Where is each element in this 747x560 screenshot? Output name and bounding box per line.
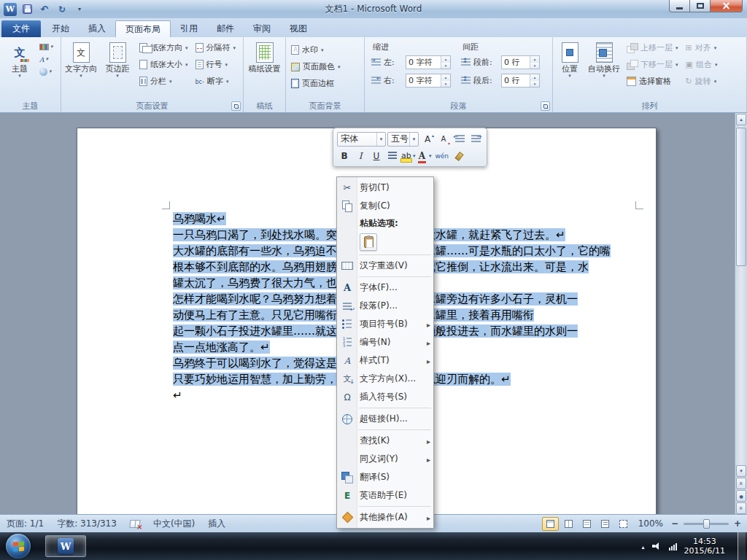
menu-item-hyperlink[interactable]: 超链接(H)... <box>337 410 433 428</box>
menu-item-text-direction[interactable]: 文字方向(X)... <box>337 370 433 388</box>
theme-colors-button[interactable] <box>39 42 53 52</box>
view-draft-button[interactable] <box>615 517 632 531</box>
zoom-slider[interactable] <box>684 523 729 525</box>
tab-view[interactable]: 视图 <box>280 20 317 37</box>
menu-item-translate[interactable]: 翻译(S) <box>337 468 433 486</box>
page-color-button[interactable]: 页面颜色 <box>290 59 342 74</box>
start-button[interactable] <box>6 534 31 559</box>
tab-insert[interactable]: 插入 <box>79 20 115 37</box>
view-outline-button[interactable] <box>597 517 614 531</box>
show-desktop-button[interactable] <box>738 532 746 560</box>
select-browse-object-button[interactable] <box>736 490 746 502</box>
minimize-button[interactable] <box>669 0 690 12</box>
spacing-before-input[interactable]: 0 行 <box>501 55 540 69</box>
bold-button[interactable]: B <box>337 149 352 163</box>
stepper-up-icon[interactable] <box>441 56 450 63</box>
spacing-before-stepper[interactable] <box>530 56 539 69</box>
zoom-in-button[interactable] <box>732 518 743 529</box>
menu-item-styles[interactable]: 样式(T) <box>337 351 433 370</box>
previous-page-button[interactable] <box>736 478 746 489</box>
watermark-button[interactable]: 水印 <box>290 42 342 58</box>
orientation-button[interactable]: 纸张方向 <box>138 40 190 55</box>
stepper-down-icon[interactable] <box>530 81 539 88</box>
tab-review[interactable]: 审阅 <box>244 20 280 37</box>
page-setup-dialog-launcher[interactable] <box>231 101 241 111</box>
taskbar-word-button[interactable]: W <box>45 535 86 557</box>
status-page-number[interactable]: 页面: 1/1 <box>0 515 50 532</box>
menu-item-ime-reconvert[interactable]: 汉字重选(V) <box>337 257 433 275</box>
menu-item-numbering[interactable]: 编号(N) <box>337 333 433 351</box>
save-button[interactable] <box>20 2 34 17</box>
shrink-font-button[interactable]: A <box>436 132 451 147</box>
indent-right-stepper[interactable] <box>441 74 450 87</box>
indent-right-input[interactable]: 0 字符 <box>406 74 451 88</box>
menu-item-english-assistant[interactable]: 英语助手(E) <box>337 486 433 505</box>
size-button[interactable]: 纸张大小 <box>138 57 190 72</box>
selection-pane-button[interactable]: 选择窗格 <box>625 74 680 89</box>
maximize-button[interactable] <box>689 0 711 12</box>
font-name-combo[interactable]: 宋体 <box>337 132 386 147</box>
stepper-down-icon[interactable] <box>530 63 539 69</box>
wrap-text-button[interactable]: 自动换行 <box>585 39 623 100</box>
font-color-button[interactable]: A <box>419 149 433 163</box>
word-app-icon[interactable]: W <box>4 3 17 16</box>
paragraph-dialog-launcher[interactable] <box>541 101 550 111</box>
breaks-button[interactable]: 分隔符 <box>194 40 238 55</box>
send-backward-button[interactable]: 下移一层 <box>625 57 680 72</box>
menu-item-additional-actions[interactable]: 其他操作(A) <box>337 508 433 526</box>
scroll-up-button[interactable] <box>736 114 746 125</box>
italic-button[interactable]: I <box>353 149 368 163</box>
hyphenation-button[interactable]: 断字 <box>194 74 238 89</box>
increase-indent-button[interactable] <box>468 132 483 147</box>
stepper-down-icon[interactable] <box>441 63 450 69</box>
taskbar-clock[interactable]: 14:53 2015/6/11 <box>684 537 727 556</box>
line-numbers-button[interactable]: 行号 <box>194 57 238 72</box>
stepper-down-icon[interactable] <box>441 81 450 88</box>
menu-item-cut[interactable]: 剪切(T) <box>337 179 433 197</box>
menu-item-find[interactable]: 查找(K) <box>337 432 433 450</box>
underline-button[interactable]: U <box>369 149 384 163</box>
menu-item-copy[interactable]: 复制(C) <box>337 197 433 215</box>
zoom-slider-thumb[interactable] <box>703 519 710 529</box>
align-button[interactable]: 对齐 <box>684 40 719 55</box>
page-borders-button[interactable]: 页面边框 <box>290 76 342 91</box>
rotate-button[interactable]: 旋转 <box>684 74 719 89</box>
view-fullscreen-reading-button[interactable] <box>560 517 577 531</box>
phonetic-guide-button[interactable]: wén <box>435 149 449 163</box>
stepper-up-icon[interactable] <box>530 74 539 81</box>
scrollbar-track[interactable] <box>736 126 746 464</box>
next-page-button[interactable] <box>736 502 746 514</box>
themes-button[interactable]: 主题 <box>1 39 38 100</box>
menu-item-bullets[interactable]: 项目符号(B) <box>337 315 433 333</box>
show-hidden-icons-button[interactable] <box>642 541 645 551</box>
view-web-layout-button[interactable] <box>578 517 595 531</box>
volume-icon[interactable] <box>652 542 662 551</box>
menu-item-insert-symbol[interactable]: 插入符号(S) <box>337 388 433 406</box>
close-button[interactable] <box>710 0 743 12</box>
stepper-up-icon[interactable] <box>530 56 539 63</box>
grow-font-button[interactable]: A <box>420 132 435 147</box>
tab-references[interactable]: 引用 <box>171 20 207 37</box>
tab-home[interactable]: 开始 <box>42 20 79 37</box>
repeat-button[interactable] <box>55 2 69 17</box>
view-print-layout-button[interactable] <box>542 517 559 531</box>
font-size-combo[interactable]: 五号 <box>387 132 419 147</box>
undo-button[interactable] <box>37 2 52 17</box>
tab-mailings[interactable]: 邮件 <box>207 20 244 37</box>
genko-settings-button[interactable]: 稿纸设置 <box>247 39 283 100</box>
network-icon[interactable] <box>669 542 677 551</box>
theme-effects-button[interactable] <box>39 66 53 77</box>
paste-option-button[interactable] <box>360 233 377 251</box>
group-button[interactable]: 组合 <box>684 57 719 72</box>
status-proofing[interactable] <box>123 515 147 532</box>
margins-button[interactable]: 页边距 <box>99 39 136 100</box>
menu-item-paragraph[interactable]: 段落(P)... <box>337 297 433 315</box>
menu-item-synonyms[interactable]: 同义词(Y) <box>337 450 433 468</box>
highlight-button[interactable]: ab <box>401 149 417 163</box>
stepper-up-icon[interactable] <box>441 74 450 81</box>
status-insert-mode[interactable]: 插入 <box>201 515 232 532</box>
customize-qat-button[interactable] <box>72 2 87 17</box>
columns-button[interactable]: 分栏 <box>138 74 190 89</box>
spacing-after-input[interactable]: 0 行 <box>501 74 540 88</box>
format-painter-button[interactable] <box>451 149 465 163</box>
